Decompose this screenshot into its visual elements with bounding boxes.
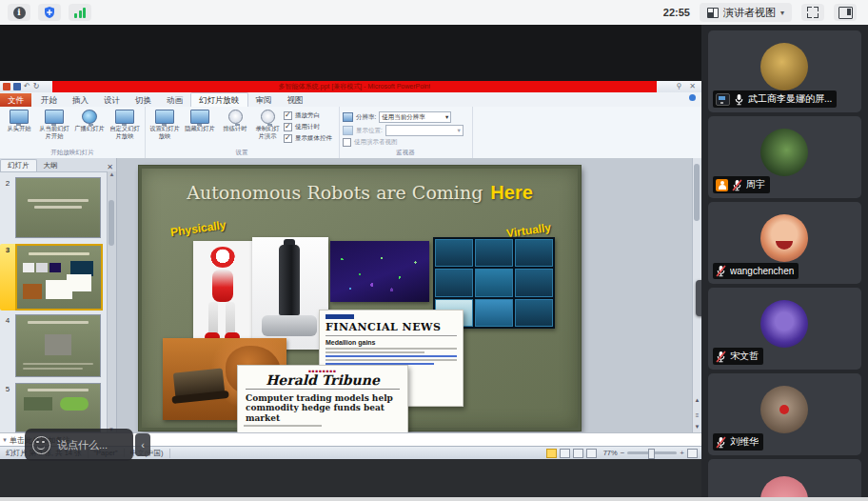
mic-muted-icon [716, 436, 726, 449]
save-icon[interactable] [13, 83, 21, 90]
participant-name: 刘维华 [730, 435, 759, 449]
record-slideshow-button[interactable]: 录制幻灯片演示 [253, 110, 282, 140]
slide-thumbnail-5[interactable]: 5 [0, 383, 105, 432]
show-on-icon [343, 126, 353, 135]
ribbon-group-start-show: 从头开始 从当前幻灯片开始 广播幻灯片 自定义幻灯片放映 开始放映幻灯片 [0, 107, 146, 158]
humanoid-robot-image [193, 241, 252, 348]
security-button[interactable] [38, 4, 61, 21]
undo-icon[interactable]: ↶ [24, 83, 30, 90]
from-beginning-button[interactable]: 从头开始 [2, 110, 36, 132]
point-cloud-map-image [330, 241, 429, 302]
chat-input-placeholder[interactable]: 说点什么... [57, 438, 108, 452]
use-timings-checkbox[interactable]: 使用计时 [284, 123, 332, 131]
mic-on-icon [734, 93, 744, 106]
participant-name: wangchenchen [730, 266, 794, 276]
participant-tile[interactable]: 刘维华 [708, 373, 861, 455]
quick-access-toolbar[interactable]: ↶ ↻ [3, 82, 39, 91]
tab-slideshow[interactable]: 幻灯片放映 [190, 92, 248, 107]
close-icon[interactable]: ✕ [689, 82, 696, 90]
zoom-percentage[interactable]: 77% [603, 449, 618, 457]
slides-thumbnail-panel: 幻灯片 大纲 ✕ 2 3 [0, 158, 117, 432]
participant-label: 周宇 [713, 176, 770, 193]
tab-home[interactable]: 开始 [33, 93, 65, 107]
show-media-controls-checkbox[interactable]: 显示媒体控件 [284, 134, 332, 143]
participant-tile[interactable]: wangchenchen [708, 202, 861, 284]
slideshow-view-button[interactable] [586, 449, 597, 458]
tab-outline[interactable]: 大纲 [37, 160, 65, 171]
zoom-slider-thumb[interactable] [648, 449, 655, 459]
participant-tile[interactable] [708, 459, 861, 497]
participant-label: 宋文哲 [713, 348, 763, 365]
view-mode-label: 演讲者视图 [723, 6, 776, 20]
participant-tile[interactable]: 武工商李曼娜的屏... [708, 30, 861, 112]
participant-tile[interactable]: 周宇 [708, 116, 861, 198]
fit-to-window-button[interactable] [687, 449, 698, 458]
tab-transitions[interactable]: 切换 [128, 93, 159, 107]
close-panel-icon[interactable]: ✕ [107, 163, 113, 171]
slide-thumbnail-4[interactable]: 4 [0, 314, 105, 377]
custom-slideshow-button[interactable]: 自定义幻灯片放映 [108, 110, 142, 140]
slide-thumbnail-3-selected[interactable]: 3 [0, 244, 105, 311]
meeting-info-button[interactable]: i [8, 4, 30, 21]
slide-number: 2 [0, 177, 15, 238]
avatar [760, 129, 808, 176]
ppt-titlebar[interactable]: ↶ ↻ 多智能体系统.ppt [兼容模式] - Microsoft PowerP… [0, 81, 701, 92]
pin-icon[interactable]: ⚲ [676, 82, 681, 90]
zoom-in-button[interactable]: + [680, 450, 684, 457]
panel-tabs: 幻灯片 大纲 ✕ [0, 158, 116, 172]
view-mode-dropdown[interactable]: 演讲者视图 ▾ [700, 3, 792, 22]
mic-muted-icon [732, 179, 742, 191]
ribbon-tab-bar: 文件 开始 插入 设计 切换 动画 幻灯片放映 审阅 视图 [0, 92, 701, 108]
record-icon [261, 110, 275, 124]
broadcast-slideshow-button[interactable]: 广播幻灯片 [72, 110, 107, 132]
show-on-dropdown[interactable]: ▾ [385, 125, 464, 136]
thumbnail-scrollbar[interactable]: ▲▼ [107, 171, 116, 432]
emoji-icon[interactable] [32, 436, 50, 454]
broadcast-icon [82, 110, 97, 124]
notes-splitter-icon[interactable]: ▾ [0, 436, 10, 444]
redo-icon[interactable]: ↻ [33, 83, 40, 90]
fullscreen-button[interactable] [801, 4, 824, 21]
tab-design[interactable]: 设计 [96, 93, 128, 107]
tab-slides[interactable]: 幻灯片 [0, 159, 37, 171]
hide-slide-icon [190, 110, 209, 124]
hide-slide-button[interactable]: 隐藏幻灯片 [183, 110, 217, 132]
herald-headline: Computer trading models help commodity h… [246, 393, 400, 423]
rehearse-timings-button[interactable]: 排练计时 [218, 110, 252, 132]
financial-news-masthead: FINANCIAL NEWS [326, 321, 463, 333]
chevron-down-icon: ▾ [458, 127, 461, 134]
presenter-view-checkbox[interactable]: 使用演示者视图 [343, 138, 398, 147]
participant-label: wangchenchen [713, 263, 799, 279]
resolution-dropdown[interactable]: 使用当前分辨率▾ [379, 111, 451, 123]
play-from-start-icon [10, 110, 29, 124]
tab-animations[interactable]: 动画 [159, 93, 190, 107]
slide-title: Autonomous Robots are ComingHere [142, 182, 578, 204]
zoom-slider[interactable] [627, 451, 677, 454]
participant-tile[interactable]: 宋文哲 [708, 288, 861, 370]
host-badge-icon [716, 179, 728, 191]
chat-quick-input[interactable]: 说点什么... [25, 429, 133, 461]
slide-thumbnail-2[interactable]: 2 [0, 177, 105, 238]
avatar [760, 476, 808, 497]
tab-view[interactable]: 视图 [280, 93, 311, 107]
play-narrations-checkbox[interactable]: 播放旁白 [284, 111, 332, 120]
service-robot-image [252, 237, 328, 350]
mic-muted-icon [716, 351, 726, 363]
reading-view-button[interactable] [573, 449, 583, 458]
tab-file[interactable]: 文件 [0, 93, 31, 107]
help-icon[interactable] [689, 94, 696, 101]
zoom-out-button[interactable]: − [621, 450, 625, 457]
slide-sorter-view-button[interactable] [560, 449, 570, 458]
tab-insert[interactable]: 插入 [65, 93, 96, 107]
participant-name: 周宇 [746, 178, 765, 191]
from-current-slide-button[interactable]: 从当前幻灯片开始 [37, 110, 71, 140]
network-quality-button[interactable] [69, 4, 91, 21]
slide-thumb-image [15, 244, 103, 311]
chevron-down-icon: ▾ [780, 9, 784, 17]
side-panel-toggle-button[interactable] [834, 4, 857, 21]
participant-name: 武工商李曼娜的屏... [748, 92, 832, 106]
chat-collapse-button[interactable]: ‹ [135, 433, 150, 456]
tab-review[interactable]: 审阅 [248, 93, 280, 107]
normal-view-button[interactable] [546, 449, 557, 458]
setup-slideshow-button[interactable]: 设置幻灯片放映 [148, 110, 182, 140]
